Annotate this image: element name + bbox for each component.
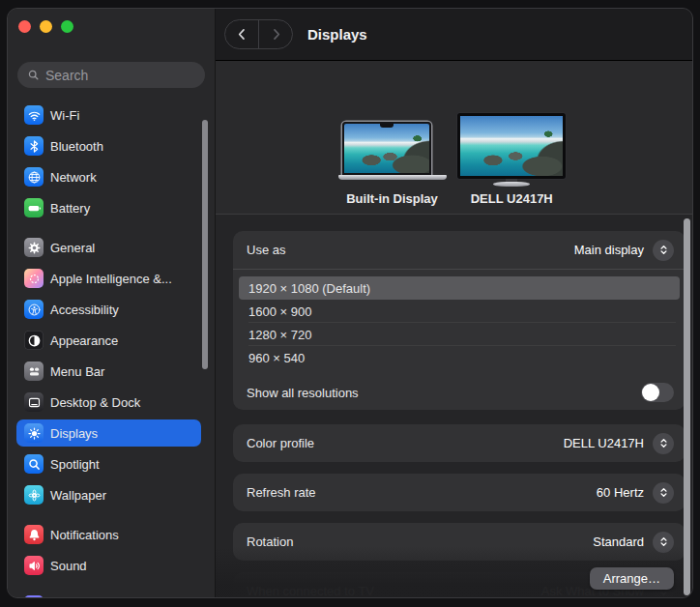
- color-profile-stepper[interactable]: [653, 433, 674, 454]
- display-thumbnails: Built-in Display DELL U2417H: [216, 61, 692, 214]
- sound-icon: [24, 556, 44, 575]
- sidebar-item-label: Menu Bar: [50, 364, 104, 379]
- main-scrollbar[interactable]: [684, 218, 690, 595]
- battery-icon: [24, 198, 44, 217]
- sidebar-item-appearance[interactable]: Appearance: [16, 327, 201, 354]
- show-all-resolutions-toggle[interactable]: [641, 383, 674, 402]
- sidebar-item-menu-bar[interactable]: Menu Bar: [16, 358, 201, 385]
- use-as-stepper[interactable]: [653, 240, 674, 261]
- resolution-option[interactable]: 1920 × 1080 (Default): [239, 276, 680, 300]
- rotation-value: Standard: [593, 535, 644, 549]
- sidebar-item-battery[interactable]: Battery: [16, 194, 201, 221]
- display-name: Built-in Display: [346, 190, 438, 207]
- resolution-option[interactable]: 1280 × 720: [239, 323, 680, 346]
- minimize-button[interactable]: [40, 20, 52, 33]
- sidebar-item-notifications[interactable]: Notifications: [16, 521, 201, 548]
- sidebar-item-displays[interactable]: Displays: [16, 419, 201, 447]
- displays-icon: [24, 423, 44, 443]
- sidebar-item-label: Notifications: [50, 528, 119, 542]
- sidebar-item-label: Sound: [50, 559, 87, 573]
- monitor-thumbnail: [457, 113, 566, 187]
- menu-bar-icon: [24, 361, 44, 381]
- bluetooth-icon: [24, 136, 44, 156]
- sidebar-item-network[interactable]: Network: [16, 163, 201, 190]
- close-button[interactable]: [18, 20, 31, 33]
- show-all-resolutions-row: Show all resolutions: [233, 375, 685, 410]
- sidebar-item-accessibility[interactable]: Accessibility: [16, 296, 201, 323]
- forward-button[interactable]: [258, 20, 292, 48]
- rotation-stepper[interactable]: [653, 532, 674, 553]
- zoom-button[interactable]: [61, 20, 73, 33]
- refresh-rate-stepper[interactable]: [653, 482, 674, 504]
- rotation-card: Rotation Standard: [233, 523, 685, 561]
- sidebar-item-label: Bluetooth: [50, 139, 103, 154]
- use-as-value: Main display: [574, 243, 644, 257]
- nav-buttons: [224, 19, 293, 49]
- show-all-resolutions-label: Show all resolutions: [247, 386, 359, 400]
- search-icon: [27, 69, 40, 81]
- sidebar: Wi-FiBluetoothNetworkBatteryGeneralApple…: [8, 9, 216, 597]
- arrange-button[interactable]: Arrange…: [590, 567, 674, 590]
- sidebar-item-general[interactable]: General: [16, 234, 201, 261]
- sidebar-item-label: Appearance: [50, 333, 118, 348]
- sidebar-item-label: Wallpaper: [50, 488, 106, 503]
- sidebar-item-label: Apple Intelligence &...: [50, 272, 172, 286]
- color-profile-card: Color profile DELL U2417H: [233, 424, 685, 462]
- general-icon: [24, 238, 44, 257]
- color-profile-label: Color profile: [247, 436, 314, 450]
- focus-icon: [24, 595, 44, 598]
- resolution-option[interactable]: 1600 × 900: [239, 300, 680, 323]
- sidebar-item-desktop-dock[interactable]: Desktop & Dock: [16, 389, 201, 416]
- refresh-rate-row: Refresh rate 60 Hertz: [233, 474, 685, 511]
- sidebar-item-spotlight[interactable]: Spotlight: [16, 450, 201, 477]
- refresh-rate-value: 60 Hertz: [597, 485, 644, 500]
- use-as-row: Use as Main display: [233, 231, 685, 269]
- display-name: DELL U2417H: [471, 190, 553, 207]
- sidebar-scrollbar[interactable]: [202, 120, 208, 369]
- rotation-row: Rotation Standard: [233, 523, 685, 561]
- sidebar-group: [16, 592, 201, 598]
- desktop-dock-icon: [24, 392, 44, 412]
- sidebar-group: GeneralApple Intelligence &...Accessibil…: [16, 234, 201, 508]
- main-content: Displays Built-in Display DELL U2417H: [216, 9, 692, 597]
- resolution-list: 1920 × 1080 (Default)1600 × 9001280 × 72…: [233, 270, 685, 374]
- sidebar-item-wi-fi[interactable]: Wi-Fi: [16, 101, 201, 129]
- traffic-lights: [18, 20, 73, 33]
- sidebar-item-sound[interactable]: Sound: [16, 552, 201, 579]
- sidebar-item-label: Network: [50, 170, 97, 185]
- sidebar-item-label: Displays: [50, 426, 98, 441]
- laptop-notch: [380, 124, 394, 128]
- notifications-icon: [24, 525, 44, 544]
- display-thumbnail-dell[interactable]: DELL U2417H: [457, 113, 566, 214]
- color-profile-value: DELL U2417H: [564, 436, 644, 450]
- refresh-rate-card: Refresh rate 60 Hertz: [233, 474, 685, 511]
- apple-intelligence-icon: [24, 269, 44, 288]
- accessibility-icon: [24, 300, 44, 319]
- search-input[interactable]: [45, 68, 195, 83]
- spotlight-icon: [24, 454, 44, 474]
- tv-connection-label: When connected to TV: [247, 584, 374, 597]
- main-header: Displays: [216, 9, 692, 61]
- display-thumbnail-built-in[interactable]: Built-in Display: [342, 122, 443, 214]
- sidebar-item-label: General: [50, 241, 95, 255]
- sidebar-item-wallpaper[interactable]: Wallpaper: [16, 481, 201, 508]
- laptop-thumbnail: [342, 122, 443, 180]
- sidebar-group: NotificationsSound: [16, 521, 201, 579]
- sidebar-nav: Wi-FiBluetoothNetworkBatteryGeneralApple…: [16, 101, 201, 598]
- sidebar-item-label: Wi-Fi: [50, 108, 79, 123]
- resolution-option[interactable]: 960 × 540: [239, 346, 680, 369]
- back-button[interactable]: [225, 20, 258, 48]
- sidebar-item-bluetooth[interactable]: Bluetooth: [16, 132, 201, 159]
- network-icon: [24, 167, 44, 187]
- sidebar-group: Wi-FiBluetoothNetworkBattery: [16, 101, 201, 221]
- use-as-card: Use as Main display 1920 × 1080 (Default…: [233, 231, 685, 410]
- sidebar-item-label: Desktop & Dock: [50, 395, 140, 410]
- color-profile-row: Color profile DELL U2417H: [233, 424, 685, 462]
- sidebar-item-partial[interactable]: [16, 592, 201, 598]
- rotation-label: Rotation: [247, 535, 293, 549]
- sidebar-item-apple-intelligence[interactable]: Apple Intelligence &...: [16, 265, 201, 292]
- refresh-rate-label: Refresh rate: [247, 485, 316, 500]
- system-settings-window: Wi-FiBluetoothNetworkBatteryGeneralApple…: [7, 8, 693, 598]
- search-field[interactable]: [17, 62, 205, 88]
- appearance-icon: [24, 331, 44, 350]
